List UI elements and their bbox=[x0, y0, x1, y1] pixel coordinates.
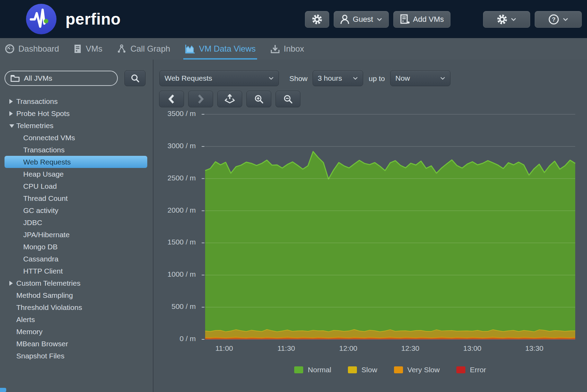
sidebar-item-label: Mongo DB bbox=[23, 241, 58, 253]
tab-label: Inbox bbox=[284, 44, 304, 54]
range-select[interactable]: 3 hours bbox=[313, 70, 363, 86]
x-axis-label: 12:30 bbox=[386, 344, 435, 353]
sidebar-item-web-requests[interactable]: Web Requests bbox=[5, 156, 147, 168]
settings-button[interactable] bbox=[305, 11, 329, 28]
sidebar-item-jdbc[interactable]: JDBC bbox=[0, 216, 153, 229]
end-time-select-value: Now bbox=[395, 74, 410, 82]
tab-vms[interactable]: VMs bbox=[73, 38, 102, 60]
sidebar-item-gc-activity[interactable]: GC activity bbox=[0, 204, 153, 216]
legend-label: Normal bbox=[308, 366, 331, 374]
sidebar-item-mongo-db[interactable]: Mongo DB bbox=[0, 241, 153, 253]
x-axis-label: 13:00 bbox=[448, 344, 497, 353]
main-content: Web Requests Show 3 hours up to Now bbox=[154, 60, 587, 392]
corner-indicator bbox=[0, 388, 6, 392]
search-button[interactable] bbox=[124, 70, 146, 86]
export-button[interactable] bbox=[217, 91, 242, 107]
pulse-logo-icon bbox=[26, 4, 56, 34]
sidebar-item-label: Threshold Violations bbox=[16, 301, 82, 313]
sidebar-item-thread-count[interactable]: Thread Count bbox=[0, 192, 153, 204]
header-actions: Guest Add VMs bbox=[305, 11, 582, 28]
sidebar-item-cassandra[interactable]: Cassandra bbox=[0, 253, 153, 265]
help-menu-button[interactable]: ? bbox=[535, 11, 582, 28]
sidebar-item-jpa-hibernate[interactable]: JPA/Hibernate bbox=[0, 229, 153, 241]
sidebar-item-transactions[interactable]: Transactions bbox=[0, 144, 153, 156]
sidebar-item-http-client[interactable]: HTTP Client bbox=[0, 265, 153, 277]
legend-item-slow: Slow bbox=[348, 366, 377, 374]
sidebar-item-label: Telemetries bbox=[16, 119, 53, 132]
sidebar-item-mbean-browser[interactable]: MBean Browser bbox=[0, 338, 153, 350]
chevron-down-icon bbox=[353, 77, 358, 80]
sidebar-item-label: Snapshot Files bbox=[16, 350, 64, 362]
config-menu-button[interactable] bbox=[483, 11, 530, 28]
sidebar-item-probe-hot-spots[interactable]: Probe Hot Spots bbox=[0, 107, 153, 119]
tab-vm-data-views[interactable]: VM Data Views bbox=[185, 38, 256, 60]
legend-item-error: Error bbox=[456, 366, 486, 374]
metric-select[interactable]: Web Requests bbox=[159, 70, 279, 86]
sidebar-item-telemetries[interactable]: Telemetries bbox=[0, 119, 153, 132]
sidebar-item-connected-vms[interactable]: Connected VMs bbox=[0, 132, 153, 144]
previous-interval-button[interactable] bbox=[159, 91, 184, 107]
sidebar-item-cpu-load[interactable]: CPU Load bbox=[0, 180, 153, 192]
x-axis-label: 12:00 bbox=[324, 344, 373, 353]
tab-label: Dashboard bbox=[18, 44, 59, 54]
zoom-out-button[interactable] bbox=[275, 91, 300, 107]
legend-item-very-slow: Very Slow bbox=[394, 366, 440, 374]
tree-expander-icon[interactable] bbox=[9, 99, 13, 104]
sidebar-item-heap-usage[interactable]: Heap Usage bbox=[0, 168, 153, 180]
tab-label: VM Data Views bbox=[199, 44, 256, 54]
guest-menu-button[interactable]: Guest bbox=[334, 11, 389, 28]
tree-expander-icon[interactable] bbox=[9, 124, 14, 128]
y-axis-label: 0 / m bbox=[154, 335, 196, 343]
sidebar-item-label: MBean Browser bbox=[16, 338, 68, 350]
y-axis-label: 2500 / m bbox=[154, 174, 196, 182]
tab-call-graph[interactable]: Call Graph bbox=[117, 38, 170, 60]
tree-expander-icon[interactable] bbox=[9, 281, 13, 286]
x-axis-label: 11:00 bbox=[200, 344, 248, 353]
jvm-filter-input[interactable]: All JVMs bbox=[5, 71, 118, 86]
search-icon bbox=[131, 74, 140, 83]
export-icon bbox=[225, 94, 235, 104]
jvm-filter-value: All JVMs bbox=[24, 74, 52, 82]
sidebar-item-label: Transactions bbox=[23, 144, 64, 156]
sidebar-item-label: Custom Telemetries bbox=[16, 277, 80, 289]
sidebar-item-memory[interactable]: Memory bbox=[0, 326, 153, 338]
sidebar-item-label: Heap Usage bbox=[23, 168, 64, 180]
sidebar-item-transactions[interactable]: Transactions bbox=[0, 95, 153, 107]
sidebar-item-label: Connected VMs bbox=[23, 132, 75, 144]
legend-label: Error bbox=[470, 366, 486, 374]
sidebar-item-label: Probe Hot Spots bbox=[16, 107, 70, 119]
legend-label: Slow bbox=[361, 366, 377, 374]
legend-swatch bbox=[348, 366, 357, 373]
sidebar-item-label: Web Requests bbox=[23, 156, 71, 168]
sidebar-item-custom-telemetries[interactable]: Custom Telemetries bbox=[0, 277, 153, 289]
web-requests-chart[interactable] bbox=[205, 114, 575, 339]
main-nav: Dashboard VMs Call Graph VM Data Views bbox=[0, 38, 587, 60]
tab-dashboard[interactable]: Dashboard bbox=[5, 38, 59, 60]
sidebar-item-label: Transactions bbox=[16, 95, 58, 107]
sidebar-item-label: HTTP Client bbox=[23, 265, 63, 277]
chevron-down-icon bbox=[377, 18, 382, 21]
next-interval-button[interactable] bbox=[188, 91, 213, 107]
sidebar-item-alerts[interactable]: Alerts bbox=[0, 313, 153, 326]
chevron-down-icon bbox=[511, 18, 516, 21]
tab-label: Call Graph bbox=[130, 44, 170, 54]
end-time-select[interactable]: Now bbox=[390, 70, 450, 86]
legend-swatch bbox=[394, 366, 403, 373]
sidebar-item-method-sampling[interactable]: Method Sampling bbox=[0, 289, 153, 301]
show-label: Show bbox=[289, 74, 308, 83]
sidebar-item-snapshot-files[interactable]: Snapshot Files bbox=[0, 350, 153, 362]
tree-expander-icon[interactable] bbox=[9, 111, 13, 116]
add-vms-button[interactable]: Add VMs bbox=[393, 11, 450, 28]
legend-label: Very Slow bbox=[408, 366, 440, 374]
upto-label: up to bbox=[369, 74, 385, 83]
range-select-value: 3 hours bbox=[318, 74, 342, 82]
legend-swatch bbox=[294, 366, 303, 373]
folder-icon bbox=[10, 74, 20, 82]
add-vms-label: Add VMs bbox=[413, 15, 444, 24]
sidebar-item-threshold-violations[interactable]: Threshold Violations bbox=[0, 301, 153, 313]
chevron-down-icon bbox=[269, 77, 274, 80]
zoom-in-button[interactable] bbox=[246, 91, 271, 107]
inbox-icon bbox=[270, 44, 280, 54]
sidebar: All JVMs TransactionsProbe Hot SpotsTele… bbox=[0, 60, 154, 392]
tab-inbox[interactable]: Inbox bbox=[270, 38, 304, 60]
